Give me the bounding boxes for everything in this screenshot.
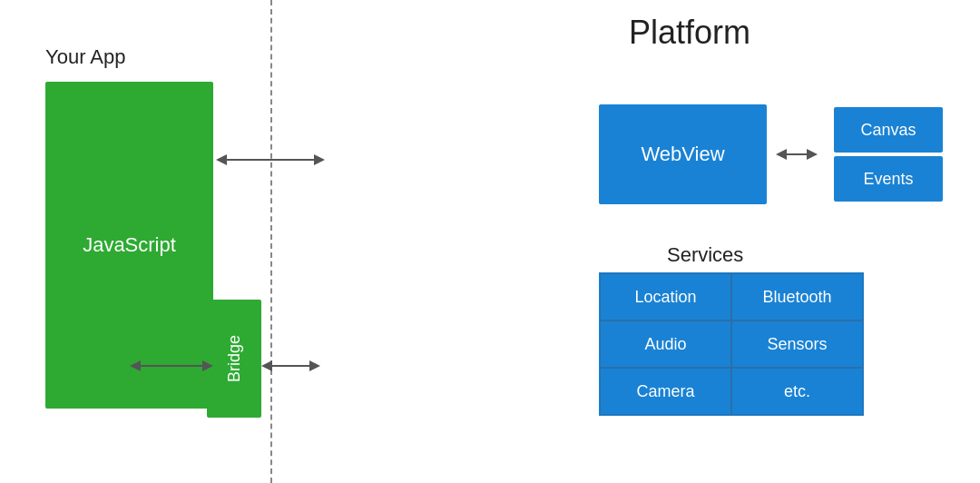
sensors-label: Sensors: [767, 335, 827, 354]
bridge-right-arrow: [261, 356, 320, 376]
bluetooth-cell: Bluetooth: [731, 273, 863, 320]
services-row-3: Camera etc.: [600, 368, 863, 415]
diagram-container: Your App JavaScript Platform WebView: [0, 0, 980, 483]
main-arrow: [216, 150, 325, 170]
location-cell: Location: [600, 273, 731, 320]
audio-label: Audio: [644, 335, 686, 354]
events-label: Events: [863, 170, 913, 189]
webview-canvas-arrow: [776, 145, 818, 163]
webview-label: WebView: [641, 143, 724, 166]
your-app-label: Your App: [45, 45, 126, 69]
services-row-2: Audio Sensors: [600, 320, 863, 368]
events-box: Events: [834, 156, 943, 202]
etc-label: etc.: [784, 382, 810, 401]
location-label: Location: [634, 288, 696, 307]
sensors-cell: Sensors: [731, 320, 863, 368]
right-section: Platform WebView: [290, 0, 980, 483]
camera-label: Camera: [636, 382, 694, 401]
webview-box: WebView: [599, 104, 767, 204]
bridge-left-arrow: [130, 356, 213, 376]
services-grid: Location Bluetooth Audio Sensors Camera: [599, 272, 864, 416]
canvas-box: Canvas: [834, 107, 943, 153]
camera-cell: Camera: [600, 368, 731, 415]
platform-label: Platform: [399, 14, 980, 52]
canvas-label: Canvas: [860, 121, 916, 140]
canvas-events-group: Canvas Events: [834, 107, 943, 202]
services-label: Services: [667, 243, 743, 267]
javascript-label: JavaScript: [83, 233, 176, 257]
webview-row: WebView: [599, 104, 943, 204]
etc-cell: etc.: [731, 368, 863, 415]
bridge-label: Bridge: [225, 335, 244, 382]
bridge-box: Bridge: [207, 300, 261, 418]
audio-cell: Audio: [600, 320, 731, 368]
services-row-1: Location Bluetooth: [600, 273, 863, 320]
bluetooth-label: Bluetooth: [762, 288, 831, 307]
